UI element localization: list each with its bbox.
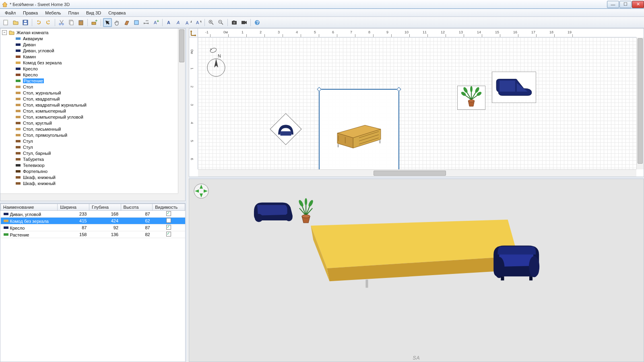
tree-item[interactable]: Стол, журнальный	[0, 90, 178, 96]
plan-object-corner-sofa[interactable]	[492, 72, 536, 103]
svg-text:?: ?	[256, 20, 259, 25]
zoom-out-button[interactable]	[217, 18, 225, 27]
col-visible[interactable]: Видимость	[153, 204, 185, 211]
tree-item[interactable]: Стул	[0, 144, 178, 150]
tree-item[interactable]: Стол, квадратный журнальный	[0, 102, 178, 108]
catalog-horizontal-scrollbar[interactable]	[0, 193, 178, 201]
tree-item[interactable]: Комод без зеркала	[0, 60, 178, 66]
menu-file[interactable]: Файл	[2, 10, 19, 16]
undo-button[interactable]	[34, 18, 43, 27]
col-height[interactable]: Высота	[121, 204, 153, 211]
tree-item[interactable]: Стол, прямоугольный	[0, 132, 178, 138]
tree-item[interactable]: Стол	[0, 84, 178, 90]
table-row[interactable]: Комод без зеркала41542462	[1, 218, 185, 224]
video-button[interactable]	[239, 18, 248, 27]
svg-rect-12	[80, 20, 82, 21]
visibility-checkbox[interactable]	[166, 232, 171, 237]
svg-rect-54	[16, 158, 21, 160]
plan-object-plant[interactable]	[457, 86, 485, 110]
col-depth[interactable]: Глубина	[89, 204, 121, 211]
minimize-button[interactable]: —	[607, 1, 619, 8]
tree-item[interactable]: Шкаф, книжный	[0, 180, 178, 186]
add-furniture-button[interactable]: +	[90, 18, 99, 27]
menu-edit[interactable]: Правка	[20, 10, 41, 16]
svg-point-8	[62, 23, 64, 25]
help-button[interactable]: ?	[253, 18, 262, 27]
tree-item[interactable]: Телевизор	[0, 162, 178, 168]
tree-item[interactable]: Стол, компьютерный угловой	[0, 114, 178, 120]
create-text-button[interactable]: A+	[151, 18, 160, 27]
col-width[interactable]: Ширина	[58, 204, 89, 211]
tree-item[interactable]: Диван	[0, 41, 178, 47]
svg-point-95	[298, 200, 304, 208]
tree-item[interactable]: Камин	[0, 53, 178, 60]
tree-item[interactable]: Табуретка	[0, 156, 178, 162]
paste-button[interactable]	[76, 18, 85, 27]
svg-rect-49	[16, 128, 21, 130]
close-button[interactable]: ✕	[632, 1, 644, 8]
redo-button[interactable]	[44, 18, 53, 27]
tree-item[interactable]: Диван, угловой	[0, 47, 178, 53]
create-dimension-button[interactable]: ↔	[142, 18, 151, 27]
catalog-vertical-scrollbar[interactable]	[178, 29, 185, 193]
tree-item[interactable]: Фортепьяно	[0, 168, 178, 174]
italic-button[interactable]: A	[174, 18, 183, 27]
plan-vertical-scrollbar[interactable]	[636, 37, 644, 169]
increase-font-button[interactable]: A▲	[184, 18, 193, 27]
visibility-checkbox[interactable]	[166, 218, 171, 223]
copy-button[interactable]	[67, 18, 76, 27]
menu-help[interactable]: Справка	[105, 10, 129, 16]
3d-navigation-compass[interactable]	[193, 183, 209, 199]
plan-canvas[interactable]: N	[198, 37, 636, 169]
tree-item[interactable]: Стул	[0, 138, 178, 144]
tree-item[interactable]: Стол, письменный	[0, 126, 178, 132]
create-walls-button[interactable]	[122, 18, 131, 27]
bold-button[interactable]: A	[165, 18, 173, 27]
table-row[interactable]: Диван, угловой23316887	[1, 211, 185, 218]
tree-category[interactable]: − Жилая комната	[0, 29, 178, 35]
select-tool-button[interactable]	[103, 18, 112, 27]
save-button[interactable]	[21, 18, 30, 27]
svg-rect-101	[501, 276, 504, 280]
catalog-tree[interactable]: − Жилая комната АквариумДиванДиван, угло…	[0, 29, 178, 193]
expand-toggle-icon[interactable]: −	[2, 30, 7, 35]
zoom-in-button[interactable]	[207, 18, 216, 27]
furniture-icon	[3, 232, 9, 237]
table-row[interactable]: Кресло879287	[1, 224, 185, 231]
tree-item[interactable]: Кресло	[0, 66, 178, 72]
cut-button[interactable]	[57, 18, 66, 27]
plan-horizontal-scrollbar[interactable]	[198, 169, 636, 177]
maximize-button[interactable]: ☐	[619, 1, 632, 8]
svg-rect-55	[16, 164, 21, 167]
decrease-font-button[interactable]: A▼	[194, 18, 202, 27]
open-button[interactable]	[11, 18, 20, 27]
tree-item-label: Камин	[23, 54, 36, 59]
create-room-button[interactable]	[132, 18, 141, 27]
pan-tool-button[interactable]	[113, 18, 122, 27]
tree-item[interactable]: Стул, барный	[0, 150, 178, 156]
plan-view[interactable]: -10м12345678910111213141516171819 0м1234…	[189, 28, 644, 177]
visibility-checkbox[interactable]	[166, 211, 171, 216]
tree-item[interactable]: Стол, компьютерный	[0, 108, 178, 114]
compass-indicator[interactable]: N	[206, 45, 226, 78]
tree-item[interactable]: Стол, квадратный	[0, 96, 178, 102]
new-button[interactable]	[2, 18, 10, 27]
visibility-checkbox[interactable]	[166, 225, 171, 230]
menu-plan[interactable]: План	[65, 10, 83, 16]
col-name[interactable]: Наименование	[1, 204, 58, 211]
svg-rect-4	[24, 21, 27, 22]
3d-view[interactable]: SA	[189, 179, 644, 362]
tree-item-label: Аквариум	[23, 36, 43, 41]
menu-3dview[interactable]: Вид 3D	[83, 10, 104, 16]
tree-item[interactable]: Растение	[0, 78, 178, 84]
plan-object-dresser-selected[interactable]	[319, 89, 399, 169]
furniture-icon	[15, 60, 21, 66]
furniture-table[interactable]: Наименование Ширина Глубина Высота Видим…	[0, 204, 185, 238]
tree-item[interactable]: Стол, круглый	[0, 120, 178, 126]
tree-item[interactable]: Шкаф, книжный	[0, 174, 178, 180]
tree-item[interactable]: Кресло	[0, 72, 178, 78]
table-row[interactable]: Растение15813682	[1, 231, 185, 238]
tree-item[interactable]: Аквариум	[0, 35, 178, 41]
photo-button[interactable]	[230, 18, 239, 27]
menu-furniture[interactable]: Мебель	[42, 10, 64, 16]
